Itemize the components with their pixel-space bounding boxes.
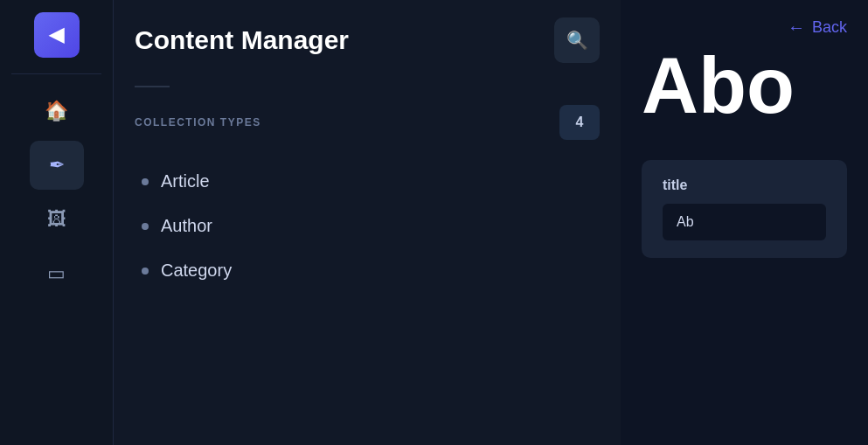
search-button[interactable]: 🔍: [554, 17, 600, 63]
right-panel: ← Back Abo title Ab: [621, 0, 868, 445]
sidebar-item-media[interactable]: 🖼: [30, 195, 84, 244]
collection-item-label: Author: [161, 216, 212, 236]
back-label: Back: [812, 18, 847, 37]
collection-types-header: COLLECTION TYPES 4: [135, 105, 600, 140]
pages-icon: ▭: [47, 262, 66, 285]
content-separator: [135, 86, 170, 87]
collection-item-article[interactable]: Article: [135, 161, 600, 202]
card-field-label: title: [663, 177, 826, 193]
bullet-icon: [142, 223, 149, 230]
search-icon: 🔍: [566, 30, 588, 51]
home-icon: 🏠: [45, 100, 68, 122]
content-icon: ✒: [49, 154, 65, 177]
sidebar-item-pages[interactable]: ▭: [30, 249, 84, 298]
collection-types-count: 4: [559, 105, 600, 140]
back-arrow-icon: ←: [788, 17, 805, 38]
content-manager-title: Content Manager: [135, 25, 349, 55]
sidebar-divider: [11, 73, 101, 74]
sidebar-item-content[interactable]: ✒: [30, 141, 84, 190]
collection-types-label: COLLECTION TYPES: [135, 116, 261, 129]
collection-item-category[interactable]: Category: [135, 250, 600, 291]
collection-item-label: Category: [161, 261, 232, 281]
card-field-value: Ab: [663, 204, 826, 240]
back-button[interactable]: ← Back: [788, 17, 847, 38]
collection-list: Article Author Category: [135, 161, 600, 291]
collection-item-author[interactable]: Author: [135, 205, 600, 247]
sidebar-item-home[interactable]: 🏠: [30, 87, 84, 136]
bullet-icon: [142, 268, 149, 275]
icon-sidebar: ◀ 🏠 ✒ 🖼 ▭: [0, 0, 114, 445]
page-heading: Abo: [642, 46, 847, 125]
app-logo: ◀: [34, 12, 80, 58]
collection-item-label: Article: [161, 171, 210, 191]
media-icon: 🖼: [47, 208, 66, 231]
sidebar-nav: 🏠 ✒ 🖼 ▭: [0, 78, 113, 307]
content-card: title Ab: [642, 160, 847, 258]
sidebar-logo: ◀: [0, 0, 113, 70]
content-header: Content Manager 🔍: [135, 17, 600, 63]
content-sidebar: Content Manager 🔍 COLLECTION TYPES 4 Art…: [114, 0, 621, 445]
bullet-icon: [142, 178, 149, 185]
